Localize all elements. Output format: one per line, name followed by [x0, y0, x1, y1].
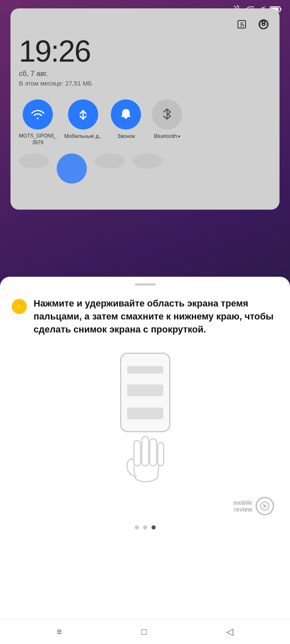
svg-marker-15 — [260, 20, 267, 29]
wifi-toggle-btn[interactable] — [23, 99, 53, 130]
date-display: сб, 7 авг. — [19, 70, 271, 78]
sound-label: Звонок — [118, 133, 135, 140]
sheet-handle — [135, 283, 156, 286]
quick-toggles: MGTS_GPON5_3979 Мобильные д.. — [19, 99, 271, 146]
notification-panel: 19:26 сб, 7 авг. В этом месяце: 27,51 МБ… — [10, 8, 280, 210]
phone-line-1 — [127, 366, 163, 374]
tip-icon — [12, 299, 27, 314]
tip-row: Нажмите и удерживайте область экрана тре… — [12, 297, 278, 336]
dot-3 — [152, 525, 156, 530]
svg-rect-25 — [134, 441, 141, 466]
watermark: mobile review — [12, 497, 278, 515]
svg-rect-28 — [158, 443, 164, 466]
svg-rect-27 — [150, 439, 157, 466]
toggle-mobile[interactable]: Мобильные д.. — [64, 99, 102, 140]
hand-illustration — [118, 428, 172, 488]
settings-button[interactable] — [256, 17, 271, 32]
phone-outline — [120, 353, 170, 432]
dot-2 — [143, 525, 147, 530]
panel-top-icons — [19, 17, 271, 32]
quick-row2 — [19, 153, 271, 184]
mobile-toggle-btn[interactable] — [68, 99, 98, 130]
data-usage: В этом месяце: 27,51 МБ — [19, 80, 271, 87]
edit-button[interactable] — [234, 17, 249, 32]
more-toggle-3[interactable] — [94, 153, 125, 169]
dot-1 — [135, 525, 139, 530]
toggle-sound[interactable]: Звонок — [109, 99, 143, 140]
more-toggle-1[interactable] — [19, 153, 49, 169]
svg-rect-24 — [19, 306, 20, 308]
home-button[interactable]: □ — [133, 623, 155, 641]
mobile-label: Мобильные д.. — [64, 133, 102, 140]
svg-rect-8 — [280, 8, 282, 10]
more-toggle-2[interactable] — [57, 153, 87, 184]
toggle-wifi[interactable]: MGTS_GPON5_3979 — [19, 99, 57, 146]
svg-point-23 — [19, 304, 20, 306]
phone-illustration — [12, 353, 278, 488]
watermark-icon — [256, 497, 274, 515]
nav-bar: ≡ □ ◁ — [0, 619, 290, 644]
svg-rect-26 — [142, 436, 149, 466]
watermark-text: mobile review — [233, 499, 252, 514]
back-button[interactable]: ◁ — [218, 623, 242, 641]
pagination-dots — [12, 525, 278, 530]
bottom-sheet: Нажмите и удерживайте область экрана тре… — [0, 277, 290, 644]
time-display: 19:26 — [19, 36, 271, 66]
svg-point-16 — [262, 23, 265, 26]
sound-toggle-btn[interactable] — [111, 99, 141, 130]
tip-text: Нажмите и удерживайте область экрана тре… — [34, 297, 278, 336]
toggle-bluetooth[interactable]: Bluetooth▾ — [150, 99, 184, 140]
menu-button[interactable]: ≡ — [48, 623, 71, 641]
phone-line-2 — [127, 384, 163, 396]
phone-line-3 — [127, 408, 163, 419]
bluetooth-toggle-btn[interactable] — [152, 99, 182, 130]
more-toggle-4[interactable] — [132, 153, 162, 169]
wifi-label: MGTS_GPON5_3979 — [19, 133, 57, 146]
bluetooth-label: Bluetooth▾ — [154, 133, 180, 140]
